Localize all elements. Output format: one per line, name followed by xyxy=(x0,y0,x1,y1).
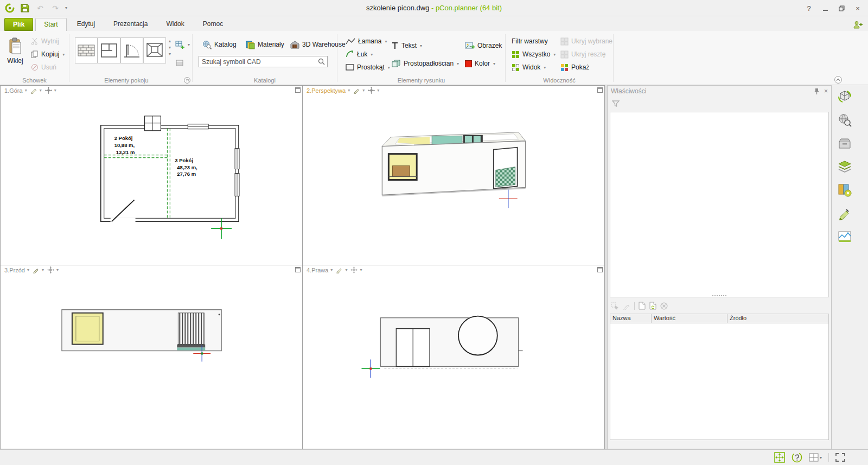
viewport-layout-dropdown-icon[interactable]: ▾ xyxy=(820,455,822,460)
help-button[interactable]: ? xyxy=(802,2,816,14)
catalog-search-icon[interactable] xyxy=(836,112,853,128)
scroll-down-icon[interactable]: ▾ xyxy=(169,45,171,50)
view-visibility-dropdown-icon[interactable]: ▾ xyxy=(544,65,546,70)
select-filter-icon[interactable] xyxy=(611,302,619,310)
cut-button[interactable]: Wytnij xyxy=(28,35,62,47)
polyline-button[interactable]: Łamana ▾ xyxy=(343,35,390,47)
viewport-3-view-dropdown-icon[interactable]: ▾ xyxy=(27,267,29,272)
viewport-2-render-dropdown-icon[interactable]: ▾ xyxy=(362,88,365,93)
room-elements-dialog-launcher-icon[interactable] xyxy=(184,77,190,84)
door-tool-button[interactable] xyxy=(120,37,143,63)
viewport-1-render-mode-pen-icon[interactable] xyxy=(30,87,37,94)
view-visibility-button[interactable]: Widok ▾ xyxy=(509,61,548,73)
viewport-right-canvas[interactable] xyxy=(303,265,604,449)
viewport-1-view-dropdown-icon[interactable]: ▾ xyxy=(25,88,27,93)
viewport-3-navigation-dropdown-icon[interactable]: ▾ xyxy=(56,267,59,272)
viewport-4-render-mode-pen-icon[interactable] xyxy=(336,266,343,273)
minimize-button[interactable] xyxy=(818,2,832,14)
viewport-1-navigation-icon[interactable] xyxy=(45,87,52,94)
layer-filter-button[interactable]: Filtr warstwy xyxy=(509,35,551,47)
viewport-2-navigation-icon[interactable] xyxy=(368,87,375,94)
tab-edytuj[interactable]: Edytuj xyxy=(69,18,103,31)
color-dropdown-icon[interactable]: ▾ xyxy=(493,61,495,66)
color-button[interactable]: Kolor ▾ xyxy=(462,58,498,69)
layers-icon[interactable] xyxy=(836,158,853,175)
paste-button[interactable]: Wklej xyxy=(3,34,27,74)
cad-symbol-search-input[interactable] xyxy=(199,58,316,66)
viewport-3-maximize-icon[interactable] xyxy=(295,267,301,272)
column-header-nazwa[interactable]: Nazwa xyxy=(610,314,652,323)
viewport-front-canvas[interactable] xyxy=(1,265,302,449)
show-all-dropdown-icon[interactable]: ▾ xyxy=(553,52,556,57)
rectangle-button[interactable]: Prostokąt ▾ xyxy=(343,61,393,73)
hide-rest-button[interactable]: Ukryj resztę xyxy=(558,48,608,60)
clear-icon[interactable] xyxy=(660,302,668,310)
pin-icon[interactable] xyxy=(813,88,820,94)
viewport-1-navigation-dropdown-icon[interactable]: ▾ xyxy=(54,88,56,93)
viewport-2-navigation-dropdown-icon[interactable]: ▾ xyxy=(377,88,379,93)
cuboid-dropdown-icon[interactable]: ▾ xyxy=(457,61,459,66)
viewport-layout-button[interactable]: ▾ xyxy=(809,453,822,462)
wall-tool-button[interactable] xyxy=(75,37,98,63)
viewport-2-view-dropdown-icon[interactable]: ▾ xyxy=(348,88,350,93)
tab-widok[interactable]: Widok xyxy=(158,18,192,31)
app-logo-icon[interactable] xyxy=(4,3,15,14)
viewport-1-label[interactable]: 1.Góra xyxy=(4,87,23,94)
image-button[interactable]: Obrazek xyxy=(462,40,505,52)
viewport-3-render-mode-pen-icon[interactable] xyxy=(33,266,40,273)
show-button[interactable]: Pokaż xyxy=(558,61,592,73)
viewport-perspective-canvas[interactable] xyxy=(303,86,604,265)
clipboard-drawer-icon[interactable] xyxy=(836,135,853,151)
tab-prezentacja[interactable]: Prezentacja xyxy=(105,18,156,31)
text-button[interactable]: Tekst ▾ xyxy=(388,40,425,52)
text-dropdown-icon[interactable]: ▾ xyxy=(420,43,422,48)
viewport-2-label[interactable]: 2.Perspektywa xyxy=(307,87,346,94)
tab-plik[interactable]: Plik xyxy=(4,18,33,31)
collapse-ribbon-icon[interactable] xyxy=(834,76,842,84)
room-rows-tool-button[interactable] xyxy=(174,57,186,69)
viewport-3-navigation-icon[interactable] xyxy=(47,266,54,273)
scroll-up-icon[interactable]: ▴ xyxy=(169,39,171,43)
ceiling-tool-button[interactable] xyxy=(143,37,166,63)
viewport-1-render-dropdown-icon[interactable]: ▾ xyxy=(40,88,42,93)
polyline-dropdown-icon[interactable]: ▾ xyxy=(385,39,387,44)
tab-start[interactable]: Start xyxy=(35,18,66,31)
delete-button[interactable]: Usuń xyxy=(28,61,59,73)
viewport-4-maximize-icon[interactable] xyxy=(597,267,603,272)
column-header-zrodlo[interactable]: Źródło xyxy=(727,314,828,323)
tab-pomoc[interactable]: Pomoc xyxy=(195,18,231,31)
user-plus-icon[interactable] xyxy=(853,21,863,29)
undo-button[interactable]: ↶ xyxy=(35,3,46,14)
insert-opening-button[interactable]: ▾ xyxy=(174,39,192,50)
insert-opening-dropdown-icon[interactable]: ▾ xyxy=(188,42,190,47)
new-page-icon[interactable] xyxy=(639,302,646,310)
maximize-button[interactable] xyxy=(834,2,848,14)
close-button[interactable]: × xyxy=(851,2,865,14)
redo-button[interactable]: ↷ xyxy=(50,3,61,14)
catalog-button[interactable]: Katalog xyxy=(200,39,239,50)
save-button[interactable] xyxy=(20,3,30,14)
copy-button[interactable]: Kopiuj ▾ xyxy=(28,48,67,60)
cuboid-button[interactable]: Prostopadłościan ▾ xyxy=(388,58,462,69)
render-settings-icon[interactable] xyxy=(836,228,853,245)
viewport-4-render-dropdown-icon[interactable]: ▾ xyxy=(345,267,347,272)
viewport-2-maximize-icon[interactable] xyxy=(597,87,603,93)
gallery-more-icon[interactable]: ▾ xyxy=(169,52,171,56)
splitter-handle[interactable] xyxy=(712,295,726,296)
viewport-2-render-mode-pen-icon[interactable] xyxy=(353,87,360,94)
viewport-4-navigation-icon[interactable] xyxy=(350,266,358,273)
pan-mode-icon[interactable] xyxy=(774,452,785,463)
arc-button[interactable]: Łuk ▾ xyxy=(343,48,375,60)
show-all-button[interactable]: Wszystko ▾ xyxy=(509,48,558,60)
warehouse-button[interactable]: 3D Warehouse xyxy=(288,39,348,50)
room-tool-button[interactable] xyxy=(98,37,120,63)
viewport-3-label[interactable]: 3.Przód xyxy=(4,267,25,273)
help-navigation-icon[interactable] xyxy=(792,452,802,463)
quick-access-dropdown-icon[interactable]: ▾ xyxy=(65,5,71,10)
properties-close-icon[interactable]: × xyxy=(824,87,828,95)
materials-button[interactable]: Materiały xyxy=(243,39,287,50)
viewport-4-view-dropdown-icon[interactable]: ▾ xyxy=(330,267,333,272)
viewport-top-canvas[interactable]: 2 Pokój 10,88 m, 13,21 m 3 Pokój 48,23 m… xyxy=(1,86,302,265)
viewport-4-navigation-dropdown-icon[interactable]: ▾ xyxy=(360,267,362,272)
refresh-page-icon[interactable] xyxy=(649,302,656,310)
